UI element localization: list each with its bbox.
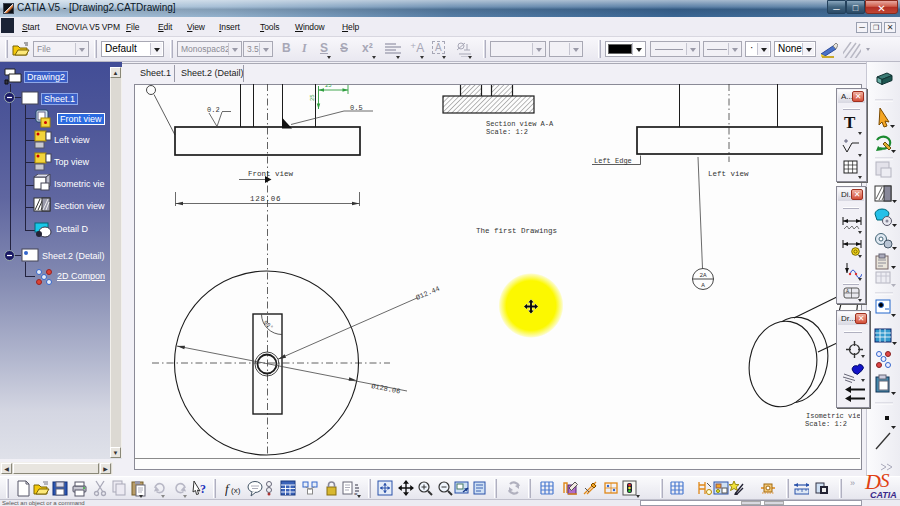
svg-text:The first Drawings: The first Drawings xyxy=(476,227,557,235)
svg-text:Ø128.06: Ø128.06 xyxy=(371,382,401,395)
svg-text:Front view: Front view xyxy=(248,170,294,178)
svg-text:25: 25 xyxy=(325,84,332,89)
svg-text:S: S xyxy=(880,470,890,491)
svg-text:2A: 2A xyxy=(699,272,707,279)
svg-text:(x): (x) xyxy=(231,486,241,495)
svg-text:Scale: 1:2: Scale: 1:2 xyxy=(486,128,528,136)
svg-text:Isometric view: Isometric view xyxy=(806,412,860,420)
svg-text:128.06: 128.06 xyxy=(250,195,281,203)
svg-text:Ø12.44: Ø12.44 xyxy=(415,285,441,302)
svg-text:25: 25 xyxy=(309,94,316,101)
svg-text:Section view A-A: Section view A-A xyxy=(486,120,554,128)
svg-text:?: ? xyxy=(200,482,206,496)
svg-text:CATIA: CATIA xyxy=(870,490,897,500)
svg-text:A: A xyxy=(846,289,849,294)
svg-text:A: A xyxy=(701,282,705,289)
svg-text:Left view: Left view xyxy=(708,170,749,178)
svg-text:0.5: 0.5 xyxy=(350,104,363,112)
svg-text:0.2: 0.2 xyxy=(207,106,220,114)
svg-text:90°: 90° xyxy=(262,319,275,331)
svg-text:Scale: 1:2: Scale: 1:2 xyxy=(805,420,847,428)
svg-text:Left Edge: Left Edge xyxy=(594,157,632,165)
